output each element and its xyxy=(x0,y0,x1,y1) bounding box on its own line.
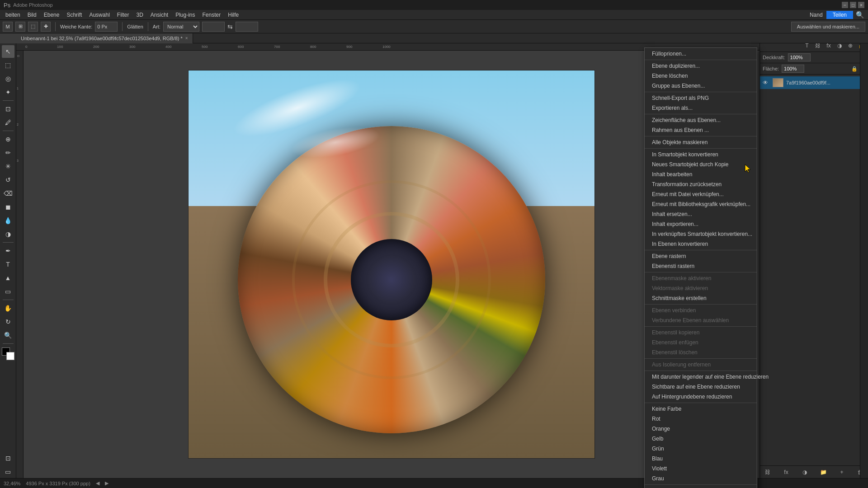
height-input[interactable] xyxy=(236,22,258,32)
move-tool-btn[interactable]: ↖ xyxy=(2,45,14,58)
ctx-in-ebenen[interactable]: In Ebenen konvertieren xyxy=(645,239,757,249)
ctx-postkarte[interactable]: Postkarte xyxy=(645,486,757,488)
ctx-ebenenstil-rastern[interactable]: Ebenensti rastern xyxy=(645,261,757,271)
art-select[interactable]: Normal Fest Verhältnis xyxy=(163,22,199,32)
tool-icon-btn2[interactable]: ⊞ xyxy=(15,22,25,32)
doc-tab-close-btn[interactable]: × xyxy=(185,36,188,41)
auswaehlen-maskieren-button[interactable]: Auswählen und maskieren... xyxy=(791,22,865,32)
screen-mode-btn[interactable]: ▭ xyxy=(2,465,14,478)
ctx-neues-smart[interactable]: Neues Smartobjekt durch Kopie xyxy=(645,160,757,169)
menu-fenster[interactable]: Fenster xyxy=(199,11,225,19)
ctx-keine-farbe[interactable]: Keine Farbe xyxy=(645,404,757,414)
ctx-ebene-duplizieren[interactable]: Ebene duplizieren... xyxy=(645,61,757,71)
tool-divider-2 xyxy=(3,131,14,131)
link-layers-btn[interactable]: ⛓ xyxy=(763,467,773,477)
ctx-blau[interactable]: Blau xyxy=(645,454,757,464)
zoom-tool-btn[interactable]: 🔍 xyxy=(2,329,14,342)
add-style-btn[interactable]: fx xyxy=(781,467,791,477)
pen-tool-btn[interactable]: ✒ xyxy=(2,244,14,257)
weiche-kante-input[interactable] xyxy=(95,22,118,32)
ctx-schnell-export[interactable]: Schnell-Export als PNG xyxy=(645,93,757,103)
layer-row-smart-object[interactable]: 👁 7a9f1960ae00df9f... xyxy=(760,76,868,89)
menu-plugins[interactable]: Plug-ins xyxy=(172,11,198,19)
minimize-button[interactable]: − xyxy=(842,2,848,8)
status-arrow-right[interactable]: ▶ xyxy=(105,480,108,486)
ctx-inhalt-bearbeiten[interactable]: Inhalt bearbeiten xyxy=(645,169,757,179)
close-button[interactable]: × xyxy=(858,2,864,8)
ctx-exportieren-als[interactable]: Exportieren als... xyxy=(645,103,757,113)
ctx-orange[interactable]: Orange xyxy=(645,424,757,434)
tool-icon-btn3[interactable]: ⬚ xyxy=(28,22,38,32)
gradient-tool-btn[interactable]: ◼ xyxy=(2,201,14,213)
ctx-ebene-rastern[interactable]: Ebene rastern xyxy=(645,251,757,261)
eraser-tool-btn[interactable]: ⌫ xyxy=(2,187,14,200)
ctx-alle-objekte[interactable]: Alle Objekte maskieren xyxy=(645,137,757,147)
swap-icon[interactable]: ⇆ xyxy=(227,23,233,30)
type-tool-btn[interactable]: T xyxy=(2,258,14,271)
menu-auswahl[interactable]: Auswahl xyxy=(85,11,113,19)
document-tab[interactable]: Unbenannt-1 bei 32,5% (7a9f1960ae00df9fc… xyxy=(16,33,193,43)
hand-tool-btn[interactable]: ✋ xyxy=(2,302,14,314)
ctx-violett[interactable]: Violett xyxy=(645,464,757,474)
layer-eye-icon[interactable]: 👁 xyxy=(763,80,770,86)
ctx-ebene-loeschen[interactable]: Ebene löschen xyxy=(645,71,757,81)
share-button[interactable]: Teilen xyxy=(826,11,853,19)
ctx-inhalt-ersetzen[interactable]: Inhalt ersetzen... xyxy=(645,209,757,219)
status-arrow-left[interactable]: ◀ xyxy=(96,480,99,486)
add-mask-btn[interactable]: ◑ xyxy=(800,467,810,477)
menu-bild[interactable]: Bild xyxy=(24,11,40,19)
ctx-fulloptionen[interactable]: Fülloprionen... xyxy=(645,49,757,59)
new-group-btn[interactable]: 📁 xyxy=(818,467,828,477)
ctx-in-verknuepftes[interactable]: In verknüpftes Smartobjekt konvertieren.… xyxy=(645,229,757,239)
menu-hilfe[interactable]: Hilfe xyxy=(224,11,242,19)
ctx-zeichenflaeche[interactable]: Zeichenfläche aus Ebenen... xyxy=(645,115,757,125)
ctx-rahmen[interactable]: Rahmen aus Ebenen ... xyxy=(645,125,757,135)
new-layer-btn[interactable]: + xyxy=(837,467,847,477)
clone-stamp-btn[interactable]: ✳ xyxy=(2,160,14,173)
menu-ebene[interactable]: Ebene xyxy=(40,11,63,19)
menu-schrift[interactable]: Schrift xyxy=(63,11,85,19)
dodge-tool-btn[interactable]: ◑ xyxy=(2,228,14,240)
width-input[interactable] xyxy=(202,22,225,32)
path-select-btn[interactable]: ▲ xyxy=(2,272,14,284)
shape-tool-btn[interactable]: ▭ xyxy=(2,285,14,298)
search-icon[interactable]: 🔍 xyxy=(856,11,864,19)
ctx-erneut-bibliothek[interactable]: Erneut mit Bibliotheksgrafik verknüpfen.… xyxy=(645,199,757,209)
heal-tool-btn[interactable]: ⊕ xyxy=(2,133,14,145)
flache-input[interactable] xyxy=(782,65,804,73)
ctx-rot[interactable]: Rot xyxy=(645,414,757,424)
quick-mask-btn[interactable]: ⊡ xyxy=(2,452,14,465)
magic-wand-tool-btn[interactable]: ✦ xyxy=(2,86,14,99)
ctx-grau[interactable]: Grau xyxy=(645,474,757,483)
ctx-inhalt-exportieren[interactable]: Inhalt exportieren... xyxy=(645,219,757,229)
crop-tool-btn[interactable]: ⊡ xyxy=(2,103,14,115)
ctx-auf-hintergrund[interactable]: Auf Hintergrundebene reduzieren xyxy=(645,392,757,402)
rotate-view-btn[interactable]: ↻ xyxy=(2,315,14,328)
menu-filter[interactable]: Filter xyxy=(113,11,133,19)
menu-3d[interactable]: 3D xyxy=(132,11,146,19)
tool-icon-btn4[interactable]: ✚ xyxy=(41,22,51,32)
ctx-ebenenmaske: Ebenenmaske aktivieren xyxy=(645,273,757,283)
lasso-tool-btn[interactable]: ◎ xyxy=(2,72,14,85)
ctx-mit-darunter[interactable]: Mit darunter legender auf eine Ebene red… xyxy=(645,372,757,382)
blur-tool-btn[interactable]: 💧 xyxy=(2,214,14,227)
ctx-schnittmaske[interactable]: Schnittmaske erstellen xyxy=(645,293,757,303)
opacity-input[interactable] xyxy=(788,53,811,61)
menu-beiten[interactable]: beiten xyxy=(2,11,24,19)
eyedropper-tool-btn[interactable]: 🖉 xyxy=(2,116,14,129)
ctx-in-smart[interactable]: In Smartobjekt konvertieren xyxy=(645,150,757,160)
ctx-transformation[interactable]: Transformation zurücksetzen xyxy=(645,179,757,189)
tool-select-btn[interactable]: M xyxy=(3,22,13,32)
ctx-gruppe-aus-ebenen[interactable]: Gruppe aus Ebenen... xyxy=(645,81,757,91)
ctx-sichtbare[interactable]: Sichtbare auf eine Ebene reduzieren xyxy=(645,382,757,392)
brush-tool-btn[interactable]: ✏ xyxy=(2,146,14,159)
ctx-erneut-datei[interactable]: Erneut mit Datei verknüpfen... xyxy=(645,189,757,199)
ctx-gruen[interactable]: Grün xyxy=(645,444,757,454)
menu-ansicht[interactable]: Ansicht xyxy=(147,11,172,19)
maximize-button[interactable]: □ xyxy=(850,2,856,8)
ctx-gelb[interactable]: Gelb xyxy=(645,434,757,444)
color-swatches[interactable] xyxy=(2,347,14,360)
history-brush-btn[interactable]: ↺ xyxy=(2,174,14,186)
selection-tool-btn[interactable]: ⬚ xyxy=(2,59,14,71)
background-color[interactable] xyxy=(6,352,14,360)
